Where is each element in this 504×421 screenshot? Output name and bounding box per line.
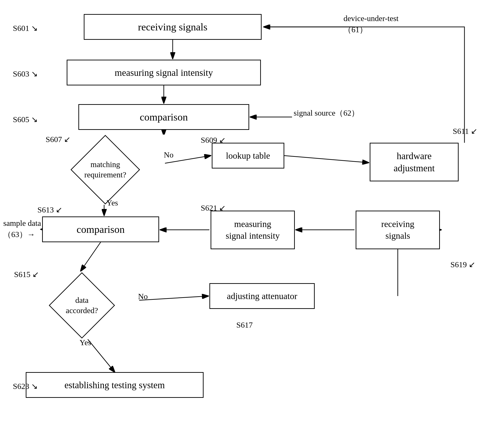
comparison-top-box: comparison [78, 104, 249, 130]
label-S607: S607 ↙ [46, 135, 70, 144]
adjusting-attenuator-box: adjusting attenuator [210, 283, 315, 309]
label-S605: S605 ↘ [13, 115, 38, 124]
lookup-table-box: lookup table [212, 143, 284, 168]
receiving-signals-mid-box: receivingsignals [356, 210, 440, 249]
label-Yes-top: Yes [107, 198, 118, 207]
label-S615: S615 ↙ [14, 270, 39, 279]
label-S621: S621 ↙ [201, 203, 226, 212]
label-No-bottom: No [138, 292, 148, 301]
establishing-testing-system-box: establishing testing system [26, 372, 204, 398]
receiving-signals-top-box: receiving signals [84, 14, 262, 40]
label-S603: S603 ↘ [13, 69, 38, 78]
label-S609: S609 ↙ [201, 135, 226, 145]
label-sample-data: sample data（63）→ [3, 218, 41, 240]
measuring-signal-intensity-top-box: measuring signal intensity [67, 60, 261, 85]
label-S613: S613 ↙ [37, 205, 62, 214]
label-S611: S611 ↙ [453, 126, 477, 136]
comparison-mid-box: comparison [42, 217, 159, 242]
measuring-signal-intensity-mid-box: measuringsignal intensity [210, 210, 295, 249]
label-S623: S623 ↘ [13, 381, 38, 391]
matching-requirement-diamond: matchingrequirement? [46, 135, 165, 205]
label-S601: S601 ↘ [13, 23, 38, 33]
label-No-top: No [164, 150, 174, 159]
label-device-under-test: device-under-test（61） [343, 13, 398, 35]
label-Yes-bottom: Yes [79, 338, 91, 347]
flowchart: receiving signals measuring signal inten… [0, 0, 504, 421]
svg-line-12 [81, 242, 101, 271]
data-accorded-diamond: dataaccorded? [24, 271, 139, 339]
label-signal-source: signal source（62） [294, 108, 359, 118]
svg-line-7 [284, 156, 369, 163]
label-S617: S617 [236, 321, 253, 330]
label-S619: S619 ↙ [450, 260, 475, 269]
hardware-adjustment-box: hardwareadjustment [370, 143, 459, 181]
